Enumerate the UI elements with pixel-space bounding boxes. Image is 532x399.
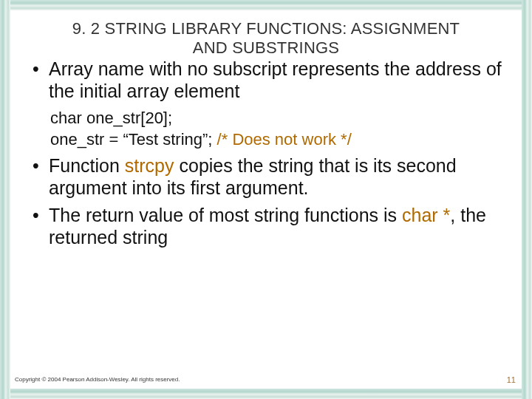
frame-border-left <box>0 0 10 399</box>
title-line-2: AND SUBSTRINGS <box>193 38 339 57</box>
copyright-footer: Copyright © 2004 Pearson Addison-Wesley.… <box>15 376 180 383</box>
slide-body: 9. 2 STRING LIBRARY FUNCTIONS: ASSIGNMEN… <box>10 10 522 389</box>
title-line-1: 9. 2 STRING LIBRARY FUNCTIONS: ASSIGNMEN… <box>72 19 460 38</box>
frame-border-right <box>522 0 532 399</box>
bullet-2a: Function <box>49 155 125 176</box>
bullet-2: Function strcpy copies the string that i… <box>33 154 508 200</box>
page-number: 11 <box>507 375 516 384</box>
frame-border-top <box>0 0 532 10</box>
code-line-2a: one_str = “Test string”; <box>50 130 217 149</box>
code-comment: /* Does not work */ <box>217 130 352 149</box>
code-line-1: char one_str[20]; <box>50 107 508 129</box>
bullet-1: Array name with no subscript represents … <box>33 58 508 103</box>
slide-title: 9. 2 STRING LIBRARY FUNCTIONS: ASSIGNMEN… <box>37 19 495 58</box>
keyword-strcpy: strcpy <box>125 155 174 176</box>
code-line-2: one_str = “Test string”; /* Does not wor… <box>50 129 508 150</box>
bullet-list-2: Function strcpy copies the string that i… <box>24 154 508 249</box>
bullet-list: Array name with no subscript represents … <box>24 58 508 103</box>
code-block: char one_str[20]; one_str = “Test string… <box>24 107 508 150</box>
bullet-1-text: Array name with no subscript represents … <box>49 58 502 102</box>
bullet-3: The return value of most string function… <box>33 204 508 249</box>
keyword-charptr: char * <box>402 205 450 225</box>
bullet-3a: The return value of most string function… <box>49 205 402 225</box>
frame-border-bottom <box>0 389 532 399</box>
